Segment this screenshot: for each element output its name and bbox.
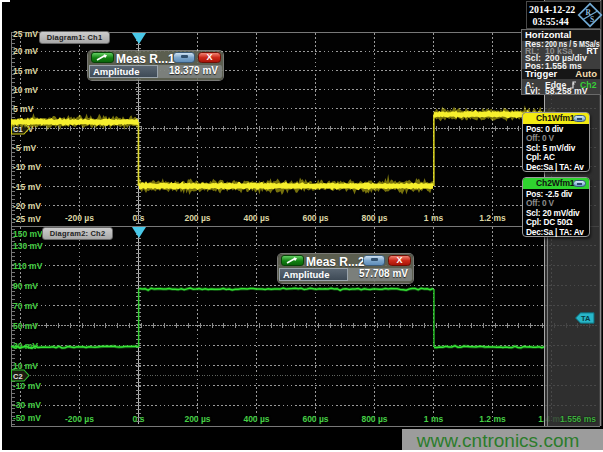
svg-text:S: S	[590, 15, 594, 24]
svg-text:TA: TA	[581, 314, 591, 323]
